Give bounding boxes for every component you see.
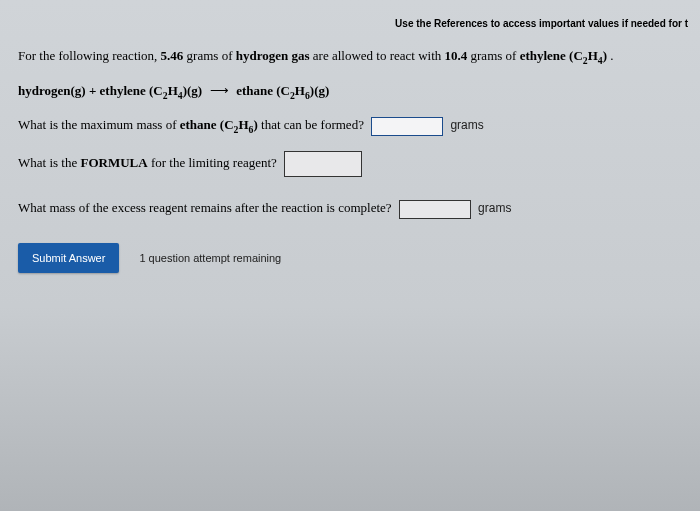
q1-compound: ethane (C2H6) [180, 117, 258, 132]
max-mass-input[interactable] [371, 117, 443, 136]
reagent-ethylene: ethylene (C2H4) [520, 48, 607, 63]
q1-post: that can be formed? [258, 117, 364, 132]
q3-text: What mass of the excess reagent remains … [18, 200, 392, 215]
mass-h2: 5.46 [161, 48, 184, 63]
q1-pre: What is the maximum mass of [18, 117, 180, 132]
q2-post: for the limiting reagent? [148, 155, 277, 170]
eq-rhs: ethane (C2H6)(g) [236, 83, 329, 98]
question-limiting: What is the FORMULA for the limiting rea… [18, 151, 688, 177]
problem-statement: For the following reaction, 5.46 grams o… [18, 47, 688, 68]
text: . [607, 48, 614, 63]
arrow-icon: ⟶ [202, 82, 236, 101]
submit-answer-button[interactable]: Submit Answer [18, 243, 119, 273]
question-max-mass: What is the maximum mass of ethane (C2H6… [18, 116, 688, 137]
excess-mass-input[interactable] [399, 200, 471, 219]
limiting-formula-input[interactable] [284, 151, 362, 177]
text: grams of [467, 48, 519, 63]
references-hint: Use the References to access important v… [18, 18, 688, 29]
text: For the following reaction, [18, 48, 161, 63]
mass-c2h4: 10.4 [445, 48, 468, 63]
question-excess: What mass of the excess reagent remains … [18, 199, 688, 219]
chemical-equation: hydrogen(g) + ethylene (C2H4)(g)⟶ethane … [18, 82, 688, 103]
text: are allowed to react with [310, 48, 445, 63]
reagent-hydrogen: hydrogen gas [236, 48, 310, 63]
text: grams of [183, 48, 235, 63]
q2-pre: What is the [18, 155, 80, 170]
eq-lhs: hydrogen(g) + ethylene (C2H4)(g) [18, 83, 202, 98]
unit-grams: grams [450, 118, 483, 132]
unit-grams: grams [478, 201, 511, 215]
attempts-remaining: 1 question attempt remaining [139, 252, 281, 264]
q2-emph: FORMULA [80, 155, 147, 170]
